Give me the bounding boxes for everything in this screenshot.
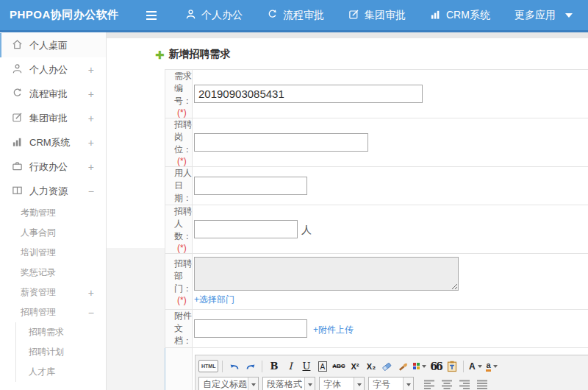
source-code-button[interactable]: HTML — [198, 360, 218, 372]
align-center-button[interactable] — [440, 377, 455, 390]
color-palette-button[interactable] — [412, 358, 427, 374]
font-style-button[interactable]: A — [318, 361, 328, 372]
add-plus-icon: ✚ — [155, 49, 165, 60]
italic-button[interactable]: I — [282, 358, 298, 374]
hamburger-menu-icon[interactable] — [146, 10, 157, 21]
sidebar-item-group-approval[interactable]: 集团审批 + — [0, 106, 106, 130]
required-mark: (*) — [177, 107, 187, 118]
hr-submenu: 考勤管理 人事合同 培训管理 奖惩记录 薪资管理 + 招聘管理 − 招聘需求 — [0, 203, 106, 382]
field-label: 招聘人数： — [174, 206, 192, 241]
nav-workflow-approval[interactable]: 流程审批 — [267, 9, 324, 22]
sidebar-item-label: 行政办公 — [29, 160, 68, 174]
nav-crm-system[interactable]: CRM系统 — [430, 9, 490, 22]
top-navbar: PHPOA协同办公软件 个人办公 流程审批 集团审批 CRM系统 — [0, 0, 588, 32]
caret-down-icon — [354, 377, 364, 390]
highlight-color-button[interactable]: a — [484, 358, 499, 374]
font-size-select[interactable]: 字号 — [368, 377, 414, 390]
sidebar-item-label: 人力资源 — [29, 185, 68, 198]
user-icon — [12, 63, 23, 77]
sidebar-item-reward-punishment[interactable]: 奖惩记录 — [0, 263, 106, 283]
submenu-label: 招聘计划 — [29, 346, 64, 358]
sidebar-item-label: CRM系统 — [29, 136, 71, 149]
recruit-count-input[interactable] — [194, 220, 298, 238]
underline-button[interactable]: U — [298, 358, 314, 374]
nav-group-approval[interactable]: 集团审批 — [348, 9, 406, 22]
remove-format-eraser-button[interactable] — [379, 358, 395, 374]
strikethrough-button[interactable]: ABC — [331, 358, 346, 374]
sidebar-item-recruit-management[interactable]: 招聘管理 − — [0, 302, 106, 322]
expand-plus-icon[interactable]: + — [88, 88, 94, 100]
bar-chart-icon — [430, 9, 441, 22]
expand-plus-icon[interactable]: + — [88, 287, 94, 299]
caret-down-icon — [403, 377, 413, 390]
submenu-label: 培训管理 — [21, 247, 56, 259]
align-right-button[interactable] — [457, 377, 473, 390]
align-justify-button[interactable] — [475, 377, 490, 390]
font-color-button[interactable]: A — [467, 358, 483, 374]
superscript-button[interactable]: X² — [347, 358, 362, 374]
sidebar-item-human-resources[interactable]: 人力资源 − — [0, 179, 106, 203]
bar-chart-icon — [12, 136, 23, 149]
nav-personal-office[interactable]: 个人办公 — [185, 9, 243, 22]
expand-plus-icon[interactable]: + — [88, 113, 94, 124]
form-row: 附件文档： +附件上传 — [165, 310, 588, 348]
demand-number-input[interactable] — [194, 85, 423, 103]
sidebar-item-admin-office[interactable]: 行政办公 + — [0, 155, 106, 179]
editor-toolbar-row2: 自定义标题 段落格式 字体 — [198, 375, 588, 390]
toolbar-separator — [463, 361, 464, 372]
nav-label: 更多应用 — [514, 9, 556, 22]
caret-down-icon — [304, 377, 315, 390]
nav-more-apps[interactable]: 更多应用 — [514, 9, 573, 22]
unit-suffix: 人 — [301, 224, 312, 235]
process-arrow-icon — [12, 88, 23, 101]
sidebar-item-workflow-approval[interactable]: 流程审批 + — [0, 82, 106, 106]
recruit-demand-form: 需求编号：(*) 招聘岗位：(*) 用人日期： 招聘人数：(*) 人 招聘部门：… — [165, 69, 588, 390]
form-row: 招聘部门：(*) +选择部门 — [165, 254, 588, 310]
select-department-link[interactable]: +选择部门 — [194, 294, 234, 306]
sidebar-item-label: 个人办公 — [29, 63, 68, 77]
paragraph-format-select[interactable]: 段落格式 — [262, 377, 315, 390]
expand-plus-icon[interactable]: + — [88, 161, 94, 173]
format-brush-button[interactable] — [395, 358, 411, 374]
sidebar-item-talent-pool[interactable]: 人才库 — [16, 362, 106, 382]
recruit-post-input[interactable] — [194, 133, 368, 152]
home-icon — [12, 39, 23, 52]
font-family-select[interactable]: 字体 — [319, 377, 365, 390]
form-row: 招聘人数：(*) 人 — [165, 205, 588, 254]
collapse-minus-icon[interactable]: − — [88, 185, 94, 197]
redo-button[interactable] — [243, 358, 258, 374]
sidebar-item-crm-system[interactable]: CRM系统 + — [0, 130, 106, 155]
attachment-upload-link[interactable]: +附件上传 — [313, 325, 354, 335]
submenu-label: 奖惩记录 — [21, 266, 56, 279]
expand-plus-icon[interactable]: + — [88, 64, 94, 76]
sidebar-item-recruit-plan[interactable]: 招聘计划 — [16, 342, 106, 362]
sidebar-item-salary[interactable]: 薪资管理 + — [0, 283, 106, 302]
custom-heading-select[interactable]: 自定义标题 — [198, 377, 259, 390]
sidebar-item-personal-desktop[interactable]: 个人桌面 — [0, 33, 106, 57]
sidebar-item-attendance[interactable]: 考勤管理 — [0, 203, 106, 223]
sidebar-item-personal-office[interactable]: 个人办公 + — [0, 57, 106, 82]
employment-date-input[interactable] — [194, 177, 307, 195]
bold-button[interactable]: B — [266, 358, 282, 374]
attachment-input[interactable] — [194, 319, 307, 338]
collapse-minus-icon[interactable]: − — [88, 307, 94, 319]
page-title: 新增招聘需求 — [169, 48, 231, 61]
top-nav: 个人办公 流程审批 集团审批 CRM系统 更多应用 — [185, 9, 573, 22]
align-left-button[interactable] — [422, 377, 437, 390]
subscript-button[interactable]: X₂ — [363, 358, 379, 374]
department-textarea[interactable] — [194, 257, 459, 291]
submenu-label: 薪资管理 — [21, 286, 56, 299]
sidebar-item-recruit-demand[interactable]: 招聘需求 — [16, 322, 106, 342]
toolbar-separator — [222, 361, 223, 372]
sidebar-item-label: 集团审批 — [29, 112, 68, 125]
paste-clipboard-button[interactable] — [444, 358, 459, 374]
expand-plus-icon[interactable]: + — [88, 137, 94, 149]
sidebar-item-training[interactable]: 培训管理 — [0, 243, 106, 263]
submenu-label: 招聘需求 — [29, 326, 64, 338]
main-content: ✚ 新增招聘需求 需求编号：(*) 招聘岗位：(*) 用人日期： 招聘人数：(*… — [107, 32, 588, 390]
sidebar-item-hr-contract[interactable]: 人事合同 — [0, 223, 106, 243]
blockquote-button[interactable]: 66 — [428, 358, 443, 374]
undo-button[interactable] — [226, 358, 242, 374]
select-value: 自定义标题 — [203, 378, 247, 390]
select-value: 字体 — [323, 378, 341, 390]
